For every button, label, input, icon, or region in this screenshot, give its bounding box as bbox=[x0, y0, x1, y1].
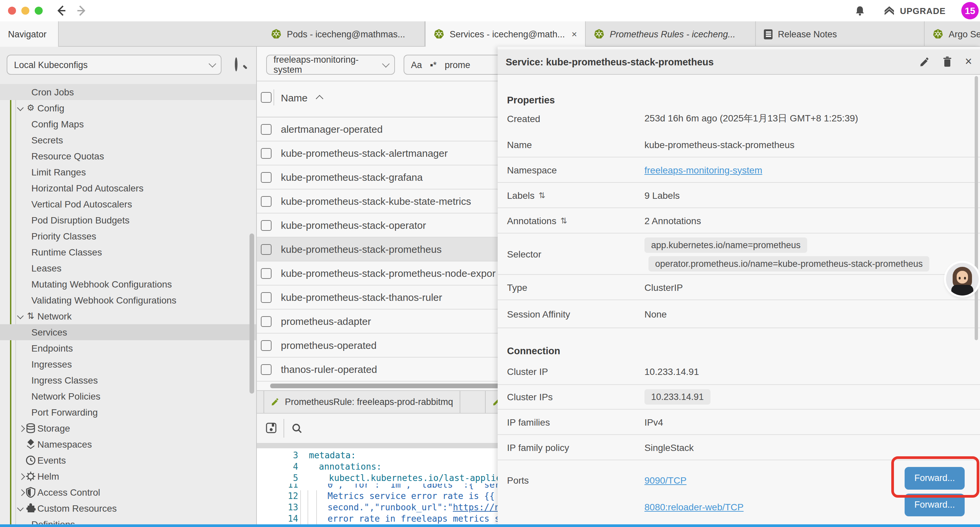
table-row[interactable]: thanos-ruler-operated bbox=[257, 358, 513, 382]
sidebar-item-secrets[interactable]: Secrets bbox=[0, 132, 257, 148]
chevron-down-icon[interactable] bbox=[17, 312, 24, 319]
table-row[interactable]: kube-prometheus-stack-operator bbox=[257, 213, 513, 237]
sidebar-item-horizontal-pod-autoscalers[interactable]: Horizontal Pod Autoscalers bbox=[0, 180, 257, 196]
tab-pods[interactable]: Pods - icecheng@mathmas... bbox=[263, 21, 425, 47]
sidebar-item-endpoints[interactable]: Endpoints bbox=[0, 340, 257, 356]
table-row[interactable]: alertmanager-operated bbox=[257, 118, 513, 142]
sidebar-scrollbar[interactable] bbox=[250, 234, 254, 393]
sidebar-item-resource-quotas[interactable]: Resource Quotas bbox=[0, 148, 257, 164]
sidebar-group-config[interactable]: ⚙ Config bbox=[0, 100, 257, 116]
table-row[interactable]: prometheus-operated bbox=[257, 334, 513, 358]
traffic-light-minimize[interactable] bbox=[21, 7, 29, 15]
sidebar-item-port-forwarding[interactable]: Port Forwarding bbox=[0, 404, 257, 420]
sidebar-item-runtime-classes[interactable]: Runtime Classes bbox=[0, 244, 257, 260]
yaml-editor[interactable]: 3 metadata: 4 annotations: 5 kubectl.kub… bbox=[257, 448, 513, 527]
sidebar-item-priority-classes[interactable]: Priority Classes bbox=[0, 228, 257, 244]
notifications-bell-icon[interactable] bbox=[854, 5, 865, 16]
chevron-right-icon[interactable] bbox=[18, 489, 25, 496]
expand-labels-icon[interactable]: ⇅ bbox=[539, 191, 546, 200]
avatar[interactable] bbox=[946, 263, 978, 296]
chevron-right-icon[interactable] bbox=[18, 473, 25, 480]
sidebar-group-network[interactable]: ⇅ Network bbox=[0, 308, 257, 324]
port-link-9090[interactable]: 9090/TCP bbox=[644, 475, 686, 486]
table-row[interactable]: kube-prometheus-stack-thanos-ruler bbox=[257, 285, 513, 309]
match-case-toggle[interactable]: Aa bbox=[411, 60, 422, 70]
tab-argo[interactable]: Argo Se bbox=[924, 21, 980, 47]
table-row[interactable]: kube-prometheus-stack-prometheus-node-ex… bbox=[257, 261, 513, 285]
table-row[interactable]: kube-prometheus-stack-grafana bbox=[257, 166, 513, 189]
sidebar-group-storage[interactable]: Storage bbox=[0, 420, 257, 436]
namespace-link[interactable]: freeleaps-monitoring-system bbox=[644, 164, 762, 175]
property-row-type: Type ClusterIP bbox=[498, 275, 980, 300]
sidebar-item-validating-webhook-configurations[interactable]: Validating Webhook Configurations bbox=[0, 292, 257, 308]
sidebar-item-leases[interactable]: Leases bbox=[0, 260, 257, 276]
resource-tree: Cron Jobs ⚙ Config Config Maps Secrets R… bbox=[0, 84, 257, 527]
sidebar-item-mutating-webhook-configurations[interactable]: Mutating Webhook Configurations bbox=[0, 276, 257, 292]
column-header-name[interactable]: Name bbox=[281, 89, 322, 107]
tab-release-notes[interactable]: Release Notes bbox=[756, 21, 924, 47]
row-checkbox[interactable] bbox=[261, 340, 272, 351]
sidebar-item-ingress-classes[interactable]: Ingress Classes bbox=[0, 372, 257, 388]
namespace-filter-select[interactable]: freeleaps-monitoring-system bbox=[266, 55, 395, 75]
kubeconfig-selector[interactable]: Local Kubeconfigs bbox=[7, 55, 221, 75]
sidebar-item-events[interactable]: Events bbox=[0, 452, 257, 468]
expand-annotations-icon[interactable]: ⇅ bbox=[560, 216, 567, 225]
regex-toggle[interactable]: ▪* bbox=[430, 60, 437, 70]
back-arrow-icon[interactable] bbox=[55, 4, 68, 18]
editor-tab-prometheusrule[interactable]: PrometheusRule: freeleaps-prod-rabbitmq bbox=[264, 391, 460, 413]
editor-search-icon[interactable] bbox=[291, 423, 302, 434]
upgrade-icon[interactable] bbox=[883, 5, 895, 17]
sidebar-group-access-control[interactable]: Access Control bbox=[0, 484, 257, 500]
row-checkbox[interactable] bbox=[261, 268, 272, 279]
code-line: 13 second.","runbook_url":"https://net bbox=[257, 502, 513, 513]
row-checkbox[interactable] bbox=[261, 124, 272, 135]
traffic-light-close[interactable] bbox=[8, 7, 16, 15]
select-all-checkbox[interactable] bbox=[261, 92, 272, 103]
upgrade-label[interactable]: UPGRADE bbox=[900, 6, 946, 16]
traffic-light-zoom[interactable] bbox=[35, 7, 43, 15]
sidebar-item-cron-jobs[interactable]: Cron Jobs bbox=[0, 84, 257, 100]
chevron-down-icon[interactable] bbox=[17, 104, 24, 111]
sidebar-item-vertical-pod-autoscalers[interactable]: Vertical Pod Autoscalers bbox=[0, 196, 257, 212]
sidebar-group-helm[interactable]: Helm bbox=[0, 468, 257, 484]
chevron-down-icon[interactable] bbox=[17, 505, 24, 511]
sidebar-item-namespaces[interactable]: Namespaces bbox=[0, 436, 257, 452]
row-checkbox[interactable] bbox=[261, 244, 272, 255]
row-checkbox[interactable] bbox=[261, 220, 272, 231]
sidebar-search-icon[interactable] bbox=[235, 59, 237, 71]
row-checkbox[interactable] bbox=[261, 292, 272, 303]
property-row-cluster-ips: Cluster IPs 10.233.14.91 bbox=[498, 384, 980, 409]
row-checkbox[interactable] bbox=[261, 196, 272, 207]
sidebar-group-custom-resources[interactable]: Custom Resources bbox=[0, 500, 257, 516]
row-checkbox[interactable] bbox=[261, 364, 272, 375]
clock-icon bbox=[25, 452, 36, 468]
sidebar-item-services[interactable]: Services bbox=[0, 324, 257, 340]
close-panel-icon[interactable]: × bbox=[965, 55, 972, 69]
tab-navigator[interactable]: Navigator bbox=[0, 21, 59, 47]
sidebar-item-limit-ranges[interactable]: Limit Ranges bbox=[0, 164, 257, 180]
edit-pencil-icon[interactable] bbox=[920, 56, 930, 67]
forward-arrow-icon[interactable] bbox=[75, 4, 88, 18]
search-input[interactable]: Aa ▪* prome bbox=[404, 55, 513, 75]
row-checkbox[interactable] bbox=[261, 316, 272, 327]
table-row[interactable]: prometheus-adapter bbox=[257, 309, 513, 334]
table-row[interactable]: kube-prometheus-stack-alertmanager bbox=[257, 142, 513, 166]
sidebar-item-ingresses[interactable]: Ingresses bbox=[0, 356, 257, 372]
sidebar-item-config-maps[interactable]: Config Maps bbox=[0, 116, 257, 132]
table-row-selected[interactable]: kube-prometheus-stack-prometheus bbox=[257, 237, 513, 261]
sidebar-item-network-policies[interactable]: Network Policies bbox=[0, 388, 257, 404]
tab-services[interactable]: Services - icecheng@math... × bbox=[425, 21, 586, 47]
tab-prometheus-rules[interactable]: Prometheus Rules - icecheng... bbox=[586, 21, 756, 47]
panel-scrollbar[interactable] bbox=[975, 76, 978, 340]
chevron-right-icon[interactable] bbox=[18, 425, 25, 432]
notification-count-badge[interactable]: 15 bbox=[961, 2, 978, 19]
close-tab-icon[interactable]: × bbox=[570, 29, 578, 39]
sidebar-item-pod-disruption-budgets[interactable]: Pod Disruption Budgets bbox=[0, 212, 257, 228]
port-link-8080[interactable]: 8080:reloader-web/TCP bbox=[644, 502, 743, 512]
save-icon[interactable] bbox=[266, 422, 277, 434]
row-checkbox[interactable] bbox=[261, 172, 272, 183]
delete-trash-icon[interactable] bbox=[942, 56, 953, 67]
table-row[interactable]: kube-prometheus-stack-kube-state-metrics bbox=[257, 189, 513, 213]
row-checkbox[interactable] bbox=[261, 148, 272, 159]
horizontal-scrollbar[interactable] bbox=[270, 384, 513, 388]
